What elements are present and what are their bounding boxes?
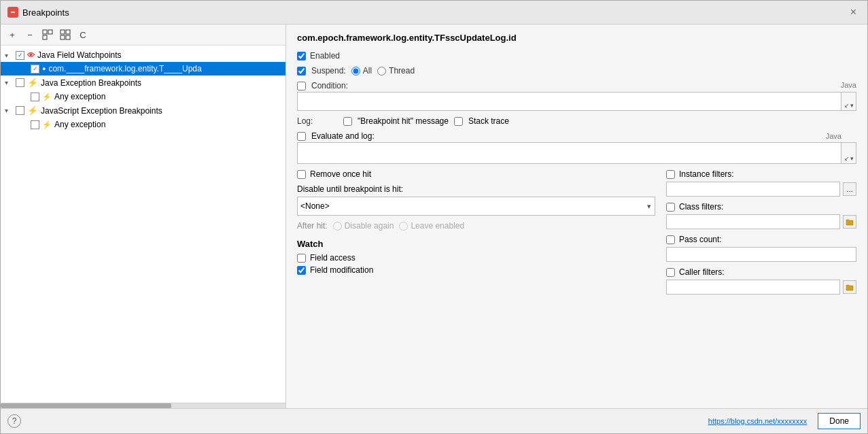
field-access-checkbox[interactable] [297, 254, 306, 263]
evaluate-input[interactable] [297, 142, 841, 164]
evaluate-input-wrapper: ↙ ▾ [297, 142, 856, 164]
instance-filters-checkbox[interactable] [666, 170, 675, 179]
close-button[interactable]: × [846, 5, 861, 20]
evaluate-section: Evaluate and log: Java ↙ ▾ [297, 131, 856, 164]
class-filters-checkbox[interactable] [666, 203, 675, 212]
instance-filters-input[interactable] [666, 182, 840, 197]
class-filters-browse-button[interactable] [843, 215, 856, 229]
remove-button[interactable]: − [22, 27, 37, 42]
any-exception-label: Any exception [54, 92, 105, 101]
breakpoint-hit-label: "Breakpoint hit" message [358, 116, 449, 126]
done-button[interactable]: Done [818, 413, 861, 429]
caller-filters-browse-button[interactable] [843, 280, 856, 294]
suspend-checkbox[interactable] [297, 67, 306, 76]
suspend-all-radio-label: All [351, 66, 372, 76]
eval-expand-icon-2[interactable]: ▾ [850, 155, 854, 162]
evaluate-log-label: Evaluate and log: [311, 131, 375, 141]
leave-enabled-label: Leave enabled [411, 221, 464, 231]
remove-once-hit-checkbox[interactable] [297, 170, 306, 179]
log-label: Log: [297, 116, 338, 126]
instance-filters-browse-button[interactable]: … [843, 182, 856, 196]
bottom-right: https://blog.csdn.net/xxxxxxxx Done [708, 413, 861, 429]
remove-once-hit-label: Remove once hit [310, 169, 371, 179]
add-button[interactable]: + [5, 27, 20, 42]
group-checkbox-java-exception[interactable] [16, 78, 24, 87]
com-epoch-label: com.____framework.log.entity.T____Upda [48, 64, 201, 73]
tree-item-com-epoch[interactable]: ● com.____framework.log.entity.T____Upda [1, 62, 285, 76]
after-hit-row: After hit: Disable again Leave enabled [297, 221, 655, 231]
breakpoint-hit-checkbox[interactable] [343, 117, 352, 126]
field-modification-checkbox[interactable] [297, 266, 306, 275]
filter-button[interactable]: C [75, 27, 90, 42]
enabled-label: Enabled [310, 51, 340, 61]
tree-item-any-exception-js[interactable]: ⚡ Any exception [1, 118, 285, 131]
item-checkbox-com-epoch[interactable] [31, 65, 39, 73]
condition-checkbox[interactable] [297, 82, 306, 90]
svg-rect-7 [60, 35, 65, 39]
any-exception-js-label: Any exception [54, 120, 105, 129]
link-text[interactable]: https://blog.csdn.net/xxxxxxxx [708, 417, 808, 425]
group-button[interactable] [40, 27, 55, 42]
disable-until-label: Disable until breakpoint is hit: [297, 184, 655, 194]
class-filters-label: Class filters: [679, 202, 723, 212]
expand-arrow-java-field: ▾ [5, 52, 13, 59]
breakpoints-dialog: Breakpoints × + − [0, 0, 868, 434]
title-bar: Breakpoints × [1, 1, 867, 24]
evaluate-controls: ↙ ▾ [841, 142, 856, 164]
stack-trace-checkbox[interactable] [454, 117, 463, 126]
dialog-title: Breakpoints [22, 7, 69, 18]
disable-again-radio[interactable] [333, 222, 342, 231]
condition-input[interactable] [297, 92, 841, 111]
pass-count-checkbox[interactable] [666, 235, 675, 244]
leave-enabled-radio-label: Leave enabled [399, 221, 464, 231]
pass-count-input[interactable] [666, 247, 856, 262]
condition-section: Condition: Java ↙ ▾ [297, 81, 856, 111]
caller-filters-input[interactable] [666, 280, 840, 295]
suspend-thread-radio[interactable] [377, 67, 386, 76]
evaluate-log-checkbox[interactable] [297, 132, 306, 141]
none-select-wrapper: <None> [297, 197, 655, 216]
group-checkbox-js-exception[interactable] [16, 106, 24, 115]
evaluate-row: Evaluate and log: Java [297, 131, 856, 141]
suspend-label: Suspend: [311, 66, 346, 76]
tree-group-java-field-watchpoints[interactable]: ▾ 👁 Java Field Watchpoints [1, 48, 285, 62]
instance-filters-label: Instance filters: [679, 169, 734, 179]
watchpoint-icon: 👁 [27, 51, 35, 59]
tree-group-javascript-exception[interactable]: ▾ ⚡ JavaScript Exception Breakpoints [1, 103, 285, 118]
group-checkbox-java-field[interactable] [16, 51, 24, 60]
caller-filters-checkbox[interactable] [666, 268, 675, 277]
folder-icon [846, 218, 854, 226]
pass-count-label: Pass count: [679, 235, 722, 244]
condition-label: Condition: [311, 81, 348, 90]
expand-icon-1[interactable]: ↙ [844, 102, 850, 109]
lightning-icon-any-js: ⚡ [42, 120, 52, 129]
lightning-icon-java: ⚡ [27, 78, 38, 88]
help-button[interactable]: ? [7, 414, 21, 428]
watch-section: Watch Field access Field modification [297, 239, 655, 275]
leave-enabled-radio[interactable] [399, 222, 408, 231]
suspend-all-radio[interactable] [351, 67, 360, 76]
two-columns: Remove once hit Disable until breakpoint… [297, 169, 856, 295]
scrollbar[interactable] [1, 403, 285, 408]
ungroup-button[interactable] [58, 27, 73, 42]
none-select[interactable]: <None> [297, 197, 655, 216]
condition-input-wrapper: ↙ ▾ [297, 92, 856, 111]
field-modification-label: Field modification [310, 265, 373, 275]
pass-count-section: Pass count: [666, 235, 856, 262]
left-panel: + − C [1, 24, 286, 408]
field-access-label: Field access [310, 253, 355, 263]
item-checkbox-any-exception[interactable] [31, 93, 39, 101]
tree-item-any-exception[interactable]: ⚡ Any exception [1, 90, 285, 103]
dialog-icon [7, 7, 18, 18]
expand-icon-2[interactable]: ▾ [850, 102, 854, 109]
item-checkbox-any-exception-js[interactable] [31, 120, 39, 129]
tree-group-java-exception[interactable]: ▾ ⚡ Java Exception Breakpoints [1, 76, 285, 90]
expand-controls: ↙ ▾ [844, 102, 854, 110]
item-watchpoint-icon: ● [42, 65, 46, 72]
stack-trace-label: Stack trace [468, 116, 509, 126]
scrollbar-thumb[interactable] [1, 403, 171, 408]
eval-expand-icon-1[interactable]: ↙ [844, 155, 850, 162]
enabled-checkbox[interactable] [297, 52, 306, 61]
class-filters-input[interactable] [666, 214, 840, 229]
instance-filters-input-row: … [666, 182, 856, 197]
